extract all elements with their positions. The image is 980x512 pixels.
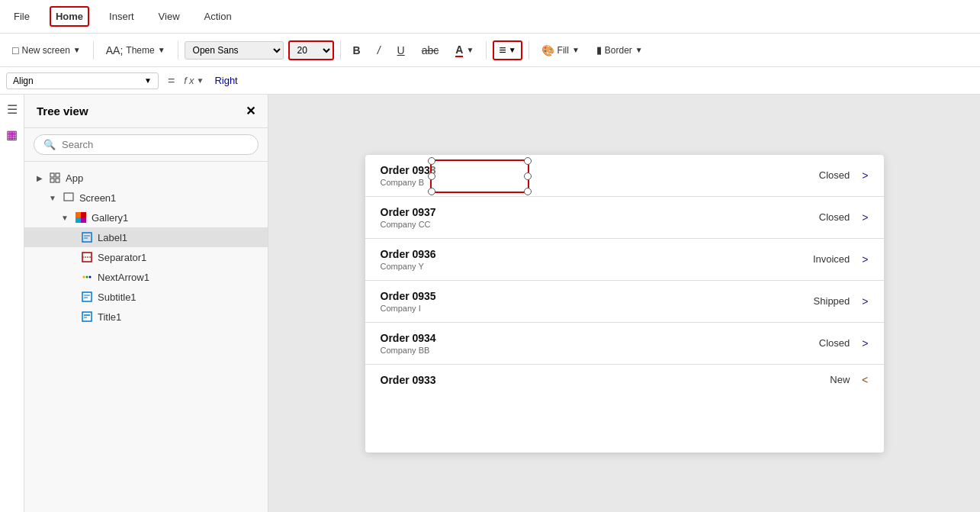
row2-arrow: > (862, 253, 868, 266)
tree-item-nextarrow1[interactable]: NextArrow1 (24, 267, 268, 287)
theme-button[interactable]: AA; Theme ▼ (100, 41, 172, 60)
menu-item-home[interactable]: Home (50, 6, 89, 27)
app-preview: Order 0938 Company B Closed > (365, 155, 884, 452)
tree-item-app[interactable]: ▶ App (24, 168, 268, 188)
new-screen-button[interactable]: □ New screen ▼ (6, 41, 87, 60)
svg-rect-0 (50, 173, 54, 177)
label1-label: Label1 (98, 232, 127, 243)
strikethrough-button[interactable]: abc (416, 41, 445, 60)
screen1-chevron-down: ▼ (49, 194, 56, 202)
tree-item-label1[interactable]: Label1 (24, 227, 268, 247)
menu-bar: File Home Insert View Action (0, 0, 980, 34)
handle-lm[interactable] (428, 172, 435, 180)
border-chevron: ▼ (635, 46, 643, 54)
row2-subtitle: Company Y (381, 262, 813, 271)
row2-status: Invoiced (813, 253, 850, 265)
tree-item-separator1[interactable]: Separator1 (24, 247, 268, 267)
toolbar: □ New screen ▼ AA; Theme ▼ Open Sans 20 … (0, 34, 980, 67)
border-label: Border (605, 45, 632, 56)
title1-label: Title1 (98, 311, 121, 323)
row4-title: Order 0934 (381, 332, 819, 344)
row3-status: Shipped (814, 295, 850, 307)
menu-item-file[interactable]: File (9, 8, 34, 25)
svg-point-16 (89, 276, 92, 279)
tree-panel: Tree view ✕ 🔍 ▶ App ▼ (24, 95, 268, 512)
svg-rect-5 (76, 212, 81, 217)
gallery-row-4[interactable]: Order 0934 Company BB Closed > (365, 323, 884, 365)
separator1-icon (81, 251, 93, 263)
fx-x-label: x (189, 75, 194, 86)
property-chevron: ▼ (144, 76, 152, 85)
tree-close-button[interactable]: ✕ (246, 104, 255, 118)
screen1-icon (63, 192, 75, 204)
tree-item-screen1[interactable]: ▼ Screen1 (24, 188, 268, 208)
formula-value: Right (214, 75, 237, 86)
svg-rect-20 (82, 312, 92, 321)
gallery1-icon (75, 211, 87, 224)
underline-button[interactable]: U (391, 41, 411, 60)
formula-bar: Align ▼ = f x ▼ Right (0, 67, 980, 95)
gallery1-chevron-down: ▼ (61, 214, 69, 222)
tree-search-area: 🔍 (24, 128, 268, 162)
handle-tr[interactable] (524, 157, 532, 165)
row0-arrow: > (862, 169, 868, 182)
subtitle1-label: Subtitle1 (98, 291, 137, 303)
fill-label: Fill (557, 45, 569, 56)
handle-br[interactable] (524, 188, 532, 195)
fill-icon: 🎨 (541, 44, 554, 56)
fill-button[interactable]: 🎨 Fill ▼ (535, 41, 586, 60)
svg-point-15 (86, 276, 88, 279)
canvas-area: Order 0938 Company B Closed > (268, 95, 980, 512)
handle-bl[interactable] (428, 188, 435, 195)
font-family-select[interactable]: Open Sans (185, 41, 284, 60)
formula-fx-group[interactable]: f x ▼ (184, 75, 204, 86)
search-wrapper: 🔍 (34, 134, 259, 155)
gallery-row-0[interactable]: Order 0938 Company B Closed > (365, 155, 884, 197)
main-layout: ☰ ▦ Tree view ✕ 🔍 ▶ App ▼ (0, 95, 980, 512)
bold-button[interactable]: B (347, 41, 367, 60)
property-dropdown[interactable]: Align ▼ (6, 72, 159, 89)
search-input[interactable] (62, 139, 249, 150)
row2-title: Order 0936 (381, 248, 813, 260)
menu-item-action[interactable]: Action (200, 8, 236, 25)
gallery-list: Order 0938 Company B Closed > (365, 155, 884, 395)
tree-item-subtitle1[interactable]: Subtitle1 (24, 287, 268, 307)
layers-icon[interactable]: ▦ (6, 127, 18, 142)
tree-items: ▶ App ▼ Screen1 ▼ (24, 162, 268, 512)
border-button[interactable]: ▮ Border ▼ (590, 41, 649, 59)
row3-arrow: > (862, 295, 868, 308)
row0-status: Closed (819, 169, 850, 181)
handle-tl[interactable] (428, 157, 435, 165)
menu-item-view[interactable]: View (154, 8, 185, 25)
row1-title: Order 0937 (381, 206, 819, 218)
font-color-label: A (455, 43, 463, 57)
font-size-select[interactable]: 20 (288, 40, 334, 60)
nextarrow1-label: NextArrow1 (98, 272, 149, 283)
gallery-row-3[interactable]: Order 0935 Company I Shipped > (365, 281, 884, 323)
app-chevron-right: ▶ (37, 174, 43, 182)
handle-rm[interactable] (524, 172, 532, 180)
row4-arrow: > (862, 337, 868, 349)
gallery-row-1[interactable]: Order 0937 Company CC Closed > (365, 197, 884, 239)
svg-rect-4 (64, 193, 73, 201)
gallery-row-5[interactable]: Order 0933 New > (365, 365, 884, 395)
hamburger-icon[interactable]: ☰ (7, 102, 18, 117)
italic-button[interactable]: / (371, 41, 387, 60)
svg-rect-6 (81, 212, 86, 217)
theme-label: Theme (126, 45, 154, 56)
gallery-row-2[interactable]: Order 0936 Company Y Invoiced > (365, 239, 884, 281)
label1-icon (81, 231, 93, 243)
subtitle1-icon (81, 291, 93, 303)
align-button-group[interactable]: ≡ ▼ (493, 40, 522, 60)
tree-item-title1[interactable]: Title1 (24, 307, 268, 327)
property-label: Align (13, 76, 34, 86)
tree-item-gallery1[interactable]: ▼ Gallery1 (24, 208, 268, 227)
fx-label: f (184, 75, 187, 86)
font-color-button[interactable]: A ▼ (449, 40, 480, 60)
row1-arrow: > (862, 211, 868, 224)
menu-item-insert[interactable]: Insert (104, 8, 139, 25)
nextarrow1-icon (81, 271, 93, 283)
row3-title: Order 0935 (381, 290, 814, 302)
svg-rect-7 (76, 217, 81, 223)
new-screen-label: New screen (21, 45, 69, 56)
